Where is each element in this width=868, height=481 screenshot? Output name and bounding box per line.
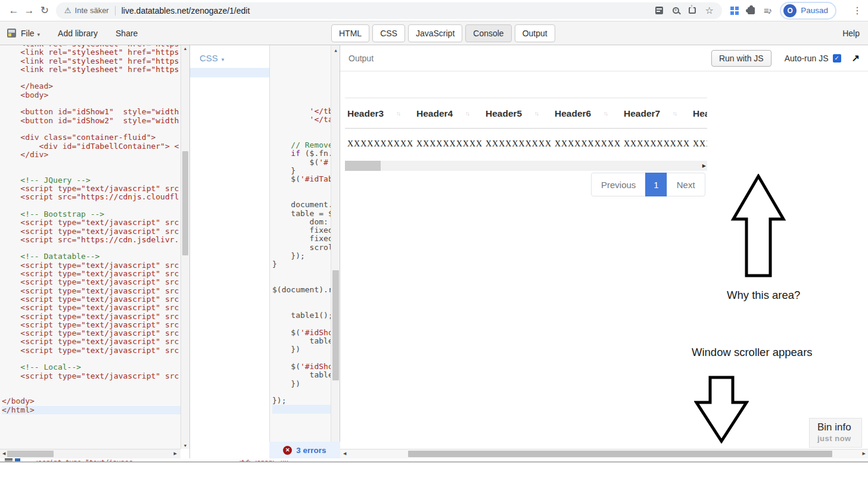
code-line: <!-- Datatable-->	[2, 252, 181, 261]
code-line: '</tb	[272, 107, 340, 115]
code-line: <script type="text/javascript" src	[2, 313, 181, 321]
bin-info-title: Bin info	[817, 421, 861, 433]
code-line: <script type="text/javascript" src	[2, 372, 181, 380]
code-line: <script src="https://cdnjs.cloudfl	[2, 193, 181, 201]
help-link[interactable]: Help	[842, 29, 860, 38]
column-header-header5[interactable]: Header5↑↓	[483, 98, 552, 128]
profile-chip[interactable]: O Pausad	[780, 2, 836, 20]
previous-page-button[interactable]: Previous	[591, 173, 646, 196]
code-line	[272, 354, 340, 363]
tab-output[interactable]: Output	[515, 24, 555, 42]
column-header-header6[interactable]: Header6↑↓	[552, 98, 621, 128]
html-vertical-scrollbar[interactable]: ▲ ▼	[181, 45, 189, 449]
code-line: <script type="text/javascript" src	[2, 261, 181, 270]
browser-menu-icon[interactable]: ⋮	[853, 5, 862, 16]
code-line: <script type="text/javascript" src	[2, 278, 181, 286]
js-vertical-scrollbar[interactable]: ▲	[331, 45, 340, 458]
up-arrow-annotation	[729, 174, 788, 278]
url-text[interactable]: live.datatables.net/zenogaze/1/edit	[122, 6, 655, 15]
add-library-menu[interactable]: Add library	[58, 29, 98, 38]
table-cell: XXXXXXXXXX	[345, 129, 414, 160]
playlist-icon[interactable]: ≡♪	[764, 5, 771, 15]
not-secure-warning-icon[interactable]: ⚠	[64, 6, 71, 15]
column-header-header7[interactable]: Header7↑↓	[621, 98, 690, 128]
scroll-thumb[interactable]	[182, 151, 188, 255]
code-line: <!-- Bootstrap -->	[2, 210, 181, 218]
html-editor[interactable]: <link rel="stylesheet" href="https <link…	[0, 45, 181, 449]
code-line: '</ta	[272, 115, 340, 124]
errors-badge[interactable]: ✕ 3 errors	[269, 442, 340, 458]
table-horizontal-scrollbar[interactable]: ▶	[345, 161, 707, 171]
css-panel-label[interactable]: CSS▾	[200, 53, 224, 63]
sort-icon: ↑↓	[603, 98, 607, 129]
code-line: <script type="text/javascript" src	[2, 295, 181, 304]
bin-info-panel[interactable]: Bin info just now	[809, 418, 862, 448]
javascript-editor[interactable]: '</tb '</ta // Remove if ($.fn. $('# } $…	[269, 45, 340, 458]
code-line: fixed	[272, 235, 340, 243]
bookmark-star-icon[interactable]: ☆	[705, 5, 714, 16]
address-bar[interactable]: ⚠ Inte säker live.datatables.net/zenogaz…	[56, 2, 722, 19]
code-line: });	[272, 252, 340, 260]
tab-javascript[interactable]: JavaScript	[408, 24, 462, 42]
translate-icon[interactable]	[655, 7, 663, 14]
back-icon[interactable]: ←	[6, 5, 21, 17]
zoom-icon[interactable]: +	[673, 7, 679, 14]
scroll-down-icon[interactable]: ▼	[181, 443, 189, 448]
file-menu[interactable]: File▾	[21, 29, 40, 38]
scroll-thumb[interactable]	[345, 161, 381, 171]
scroll-right-icon[interactable]: ▶	[702, 163, 706, 168]
code-line: fixed	[272, 226, 340, 235]
table-cell: XXXXXXXXXX	[552, 129, 621, 160]
code-line	[2, 99, 181, 108]
run-with-js-button[interactable]: Run with JS	[711, 50, 771, 67]
scroll-left-icon[interactable]: ◀	[343, 451, 346, 456]
scroll-thumb[interactable]	[408, 451, 832, 457]
scroll-right-icon[interactable]: ▶	[863, 451, 866, 456]
css-editor[interactable]: CSS▾	[189, 45, 269, 458]
extensions-puzzle-icon[interactable]	[748, 7, 755, 14]
next-page-button[interactable]: Next	[667, 173, 705, 196]
code-line	[2, 389, 181, 397]
forward-icon[interactable]: →	[21, 5, 37, 17]
code-line: });	[272, 396, 340, 405]
scroll-up-icon[interactable]: ▲	[331, 46, 340, 55]
code-line	[2, 74, 181, 82]
html-horizontal-scrollbar[interactable]: ◀ ▶	[0, 449, 181, 458]
output-horizontal-scrollbar[interactable]: ◀ ▶	[340, 449, 868, 458]
code-line: <script type="text/javascript" src	[2, 185, 181, 193]
security-label[interactable]: Inte säker	[75, 6, 109, 15]
code-line: <link rel="stylesheet" href="https	[2, 48, 181, 57]
tab-html[interactable]: HTML	[331, 24, 369, 42]
annotation-why-this-area: Why this area?	[727, 289, 800, 302]
scroll-right-icon[interactable]: ▶	[174, 451, 177, 456]
column-header-header4[interactable]: Header4↑↓	[414, 98, 483, 128]
table-cell: XXXXXXXXXX	[414, 129, 483, 160]
column-header-header3[interactable]: Header3↑↓	[345, 98, 414, 128]
tab-css[interactable]: CSS	[372, 24, 405, 42]
share-icon[interactable]: ↑	[689, 7, 696, 14]
column-header-header8[interactable]: Header8↑↓	[690, 98, 707, 128]
scroll-up-icon[interactable]: ▲	[181, 46, 189, 51]
clipped-bottom-strip: <script type="text/javasc <td><span> xx	[0, 458, 868, 463]
reload-icon[interactable]: ↻	[37, 4, 52, 17]
share-menu[interactable]: Share	[116, 29, 138, 38]
scroll-thumb[interactable]	[332, 270, 339, 380]
autorun-checkbox[interactable]: ✓	[833, 54, 841, 63]
open-in-new-window-icon[interactable]: ↗	[852, 52, 860, 64]
tab-console[interactable]: Console	[465, 24, 511, 42]
code-line	[272, 184, 340, 192]
code-line: table	[272, 337, 340, 345]
extension-grid-icon[interactable]	[730, 7, 739, 15]
code-line	[272, 320, 340, 328]
errors-count-label: 3 errors	[296, 446, 326, 455]
scroll-thumb[interactable]	[7, 451, 54, 457]
page-1-button[interactable]: 1	[645, 173, 667, 196]
code-line: }	[272, 167, 340, 175]
code-line: <link rel="stylesheet" href="https	[2, 65, 181, 74]
scroll-left-icon[interactable]: ◀	[2, 451, 5, 456]
code-line: <div class="container-fluid">	[2, 133, 181, 142]
code-line: <script type="text/javascript" src	[2, 227, 181, 236]
code-line: <button id="idShow2" style="width	[2, 117, 181, 125]
code-line: table	[272, 371, 340, 379]
output-label: Output	[349, 54, 711, 63]
